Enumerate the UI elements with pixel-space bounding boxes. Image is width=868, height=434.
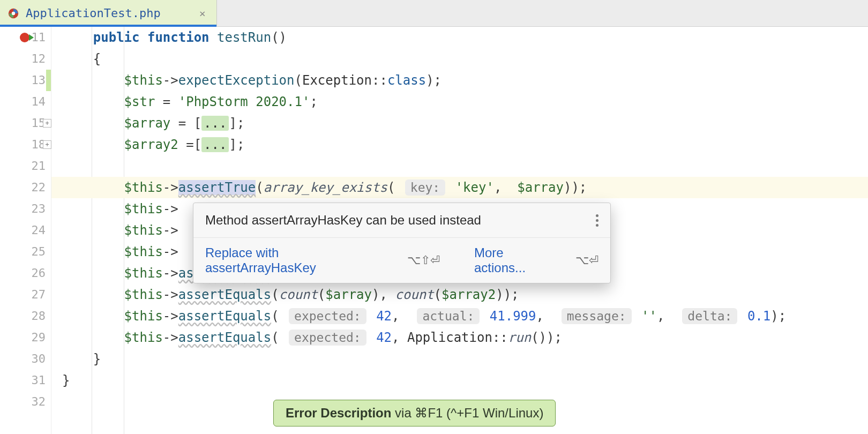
run-test-icon[interactable] xyxy=(29,34,34,41)
tab-filename: ApplicationTest.php xyxy=(26,6,161,20)
gutter-line[interactable]: 21 xyxy=(0,155,46,177)
code-line[interactable]: $this->assertEquals( expected: 42, actua… xyxy=(51,305,868,327)
inspection-highlight[interactable]: assertTrue xyxy=(178,180,256,195)
gutter-line[interactable]: 32 xyxy=(0,391,46,413)
callout-rest: via ⌘F1 (^+F1 Win/Linux) xyxy=(391,406,543,420)
shortcut-hint: ⌥⇧⏎ xyxy=(407,253,440,267)
fold-toggle-icon[interactable]: + xyxy=(43,140,51,149)
inlay-hint: actual: xyxy=(417,308,480,324)
code-line[interactable]: $this->expectException(Exception::class)… xyxy=(51,70,868,91)
php-file-icon xyxy=(8,8,19,19)
code-line[interactable]: public function testRun() xyxy=(51,27,868,48)
inlay-hint: expected: xyxy=(289,308,366,324)
inlay-hint: delta: xyxy=(682,308,737,324)
code-line[interactable]: { xyxy=(51,48,868,70)
gutter-line[interactable]: 13 xyxy=(0,70,46,91)
callout-title: Error Description xyxy=(286,406,391,420)
code-line[interactable] xyxy=(51,155,868,177)
intention-popup: Method assertArrayHasKey can be used ins… xyxy=(193,203,611,283)
gutter-line[interactable]: 28 xyxy=(0,305,46,327)
code-line[interactable]: } xyxy=(51,348,868,370)
code-line[interactable]: $str = 'PhpStorm 2020.1'; xyxy=(51,91,868,113)
inlay-hint: key: xyxy=(405,179,445,196)
code-line[interactable]: $this->assertEquals( expected: 42, Appli… xyxy=(51,327,868,348)
gutter-line[interactable]: 14 xyxy=(0,91,46,113)
svg-point-1 xyxy=(12,11,15,14)
editor: 11 12 13 14 15+ 18+ 21 22 23 24 25 26 27… xyxy=(0,27,868,434)
gutter-line[interactable]: 18+ xyxy=(0,134,46,155)
gutter-line[interactable]: 23 xyxy=(0,198,46,220)
gutter-line[interactable]: 31 xyxy=(0,370,46,391)
editor-tabbar: ApplicationTest.php × xyxy=(0,0,868,27)
gutter-line[interactable]: 29 xyxy=(0,327,46,348)
code-line[interactable]: } xyxy=(51,370,868,391)
close-icon[interactable]: × xyxy=(199,7,206,20)
folded-region[interactable]: ... xyxy=(201,137,229,152)
gutter-line[interactable]: 24 xyxy=(0,220,46,241)
more-actions[interactable]: More actions... xyxy=(474,245,556,275)
inspection-title: Method assertArrayHasKey can be used ins… xyxy=(205,213,481,228)
more-options-icon[interactable] xyxy=(596,214,598,227)
gutter: 11 12 13 14 15+ 18+ 21 22 23 24 25 26 27… xyxy=(0,27,51,434)
shortcut-hint: ⌥⏎ xyxy=(575,253,598,267)
gutter-line[interactable]: 15+ xyxy=(0,113,46,134)
quickfix-replace[interactable]: Replace with assertArrayHasKey xyxy=(205,245,388,275)
gutter-line[interactable]: 11 xyxy=(0,27,46,48)
folded-region[interactable]: ... xyxy=(201,116,229,131)
gutter-line[interactable]: 25 xyxy=(0,241,46,263)
code-line[interactable]: $array = [...]; xyxy=(51,113,868,134)
code-line[interactable]: $this->assertEquals(count($array), count… xyxy=(51,284,868,305)
breakpoint-icon[interactable] xyxy=(20,33,29,42)
code-line[interactable]: $this->assertTrue(array_key_exists( key:… xyxy=(51,177,868,198)
fold-toggle-icon[interactable]: + xyxy=(43,119,51,128)
code-line[interactable]: $array2 =[...]; xyxy=(51,134,868,155)
editor-tab-active[interactable]: ApplicationTest.php × xyxy=(0,0,217,26)
gutter-line[interactable]: 30 xyxy=(0,348,46,370)
gutter-line[interactable]: 26 xyxy=(0,263,46,284)
inlay-hint: message: xyxy=(562,308,632,324)
gutter-line[interactable]: 22 xyxy=(0,177,46,198)
hint-callout: Error Description via ⌘F1 (^+F1 Win/Linu… xyxy=(273,400,556,426)
gutter-line[interactable]: 12 xyxy=(0,48,46,70)
inlay-hint: expected: xyxy=(289,330,366,346)
gutter-line[interactable]: 27 xyxy=(0,284,46,305)
